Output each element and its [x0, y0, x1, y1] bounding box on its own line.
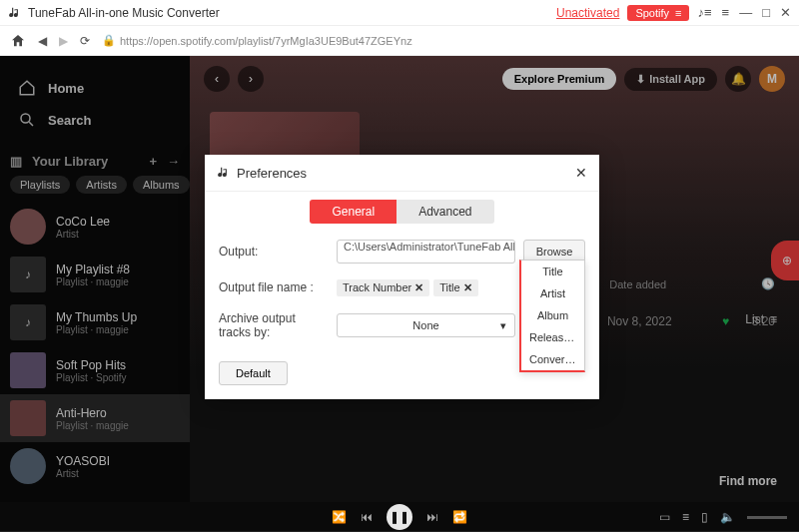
add-convert-icon: ⊕	[782, 254, 792, 267]
list-item[interactable]: YOASOBIArtist	[0, 442, 190, 490]
forward-icon[interactable]: ▶	[59, 34, 68, 48]
list-item[interactable]: CoCo LeeArtist	[0, 203, 190, 251]
remove-tag-icon[interactable]: ✕	[414, 281, 423, 294]
archive-label: Archive output tracks by:	[219, 311, 329, 339]
default-button[interactable]: Default	[219, 361, 288, 385]
refresh-icon[interactable]: ⟳	[80, 34, 90, 48]
tab-advanced[interactable]: Advanced	[397, 200, 493, 224]
lock-icon: 🔒	[102, 34, 116, 47]
shuffle-icon[interactable]: 🔀	[332, 510, 347, 524]
heart-icon[interactable]: ♥	[722, 314, 729, 328]
queue-icon[interactable]: ♪≡	[697, 5, 711, 20]
sidebar: Home Search ▥ Your Library + → Playlists…	[0, 56, 190, 502]
explore-premium-button[interactable]: Explore Premium	[502, 68, 616, 90]
maximize-icon[interactable]: □	[762, 5, 770, 20]
install-app-button[interactable]: ⬇Install App	[624, 68, 717, 91]
dialog-logo-icon	[217, 166, 231, 180]
close-window-icon[interactable]: ✕	[780, 5, 791, 20]
devices-icon[interactable]: ▯	[701, 510, 708, 524]
titlebar: TuneFab All-in-one Music Converter Unact…	[0, 0, 799, 26]
dd-item-title[interactable]: Title	[521, 261, 584, 282]
preferences-dialog: Preferences ✕ General Advanced Output: C…	[205, 155, 599, 399]
remove-tag-icon[interactable]: ✕	[463, 281, 472, 294]
tab-general[interactable]: General	[310, 200, 397, 224]
minimize-icon[interactable]: —	[739, 5, 752, 20]
prev-icon[interactable]: ⏮	[361, 510, 373, 524]
avatar[interactable]: M	[759, 66, 785, 92]
list-item[interactable]: Soft Pop HitsPlaylist · Spotify	[0, 346, 190, 394]
list-item[interactable]: Anti-HeroPlaylist · maggie	[0, 394, 190, 442]
unactivated-link[interactable]: Unactivated	[556, 6, 619, 20]
archive-select[interactable]: None▾	[337, 313, 515, 337]
menu-icon[interactable]: ≡	[722, 5, 730, 20]
bell-icon: 🔔	[731, 72, 746, 86]
pause-icon: ❚❚	[390, 510, 409, 524]
library-list: CoCo LeeArtist ♪My Playlist #8Playlist ·…	[0, 203, 190, 502]
sidebar-home[interactable]: Home	[12, 72, 178, 104]
browser-topbar: ◀ ▶ ⟳ 🔒https://open.spotify.com/playlist…	[0, 26, 799, 56]
player-bar: 🔀 ⏮ ❚❚ ⏭ 🔁 ▭ ≡ ▯ 🔈	[0, 502, 799, 532]
sidebar-library[interactable]: ▥ Your Library + →	[0, 144, 190, 175]
dd-item-album[interactable]: Album	[521, 304, 584, 326]
lyrics-icon[interactable]: ▭	[659, 510, 670, 524]
sidebar-search[interactable]: Search	[12, 104, 178, 136]
filename-label: Output file name :	[219, 280, 329, 294]
library-icon: ▥	[10, 154, 22, 169]
notifications-button[interactable]: 🔔	[725, 66, 751, 92]
add-dropdown: Title Artist Album Release … Conversi…	[519, 260, 585, 372]
convert-fab[interactable]: ⊕	[771, 241, 799, 280]
list-icon: ≡	[770, 312, 777, 326]
filename-tags: Track Number✕ Title✕	[337, 279, 515, 296]
dd-item-release[interactable]: Release …	[521, 326, 584, 348]
filter-chips: Playlists Artists Albums ›	[0, 175, 190, 203]
svg-point-0	[21, 114, 30, 123]
output-path-field[interactable]: C:\Users\Administrator\TuneFab All-in-on…	[337, 240, 515, 264]
close-dialog-button[interactable]: ✕	[575, 165, 587, 181]
chip-albums[interactable]: Albums	[133, 176, 190, 194]
chip-playlists[interactable]: Playlists	[10, 176, 70, 194]
spotify-button[interactable]: Spotify≡	[627, 5, 689, 21]
list-view-toggle[interactable]: List≡	[745, 312, 777, 326]
dd-item-conversion[interactable]: Conversi…	[521, 348, 584, 370]
chip-artists[interactable]: Artists	[76, 176, 127, 194]
list-item[interactable]: ♪My Thumbs UpPlaylist · maggie	[0, 298, 190, 346]
repeat-icon[interactable]: 🔁	[452, 510, 467, 524]
app-logo-icon	[8, 6, 22, 20]
back-icon[interactable]: ◀	[38, 34, 47, 48]
chevron-down-icon: ▾	[500, 319, 506, 332]
nav-back-button[interactable]: ‹	[204, 66, 230, 92]
app-title: TuneFab All-in-one Music Converter	[28, 6, 556, 20]
volume-slider[interactable]	[747, 516, 787, 519]
url-bar[interactable]: 🔒https://open.spotify.com/playlist/7yrMg…	[102, 34, 789, 47]
list-item[interactable]: ♪My Playlist #8Playlist · maggie	[0, 251, 190, 298]
home-icon[interactable]	[10, 33, 26, 49]
queue-icon[interactable]: ≡	[682, 510, 689, 524]
plus-icon[interactable]: +	[149, 154, 157, 169]
output-label: Output:	[219, 245, 329, 259]
volume-icon[interactable]: 🔈	[720, 510, 735, 524]
arrow-right-icon[interactable]: →	[167, 154, 180, 169]
dialog-tabs: General Advanced	[205, 192, 599, 234]
tag-title[interactable]: Title✕	[433, 279, 477, 296]
find-more-link[interactable]: Find more	[719, 474, 777, 488]
play-button[interactable]: ❚❚	[387, 504, 412, 530]
tag-track-number[interactable]: Track Number✕	[337, 279, 429, 296]
nav-forward-button[interactable]: ›	[238, 66, 264, 92]
clock-icon: 🕓	[725, 277, 775, 290]
next-icon[interactable]: ⏭	[426, 510, 438, 524]
dialog-title: Preferences	[237, 166, 575, 181]
download-icon: ⬇	[636, 73, 645, 86]
dd-item-artist[interactable]: Artist	[521, 282, 584, 304]
